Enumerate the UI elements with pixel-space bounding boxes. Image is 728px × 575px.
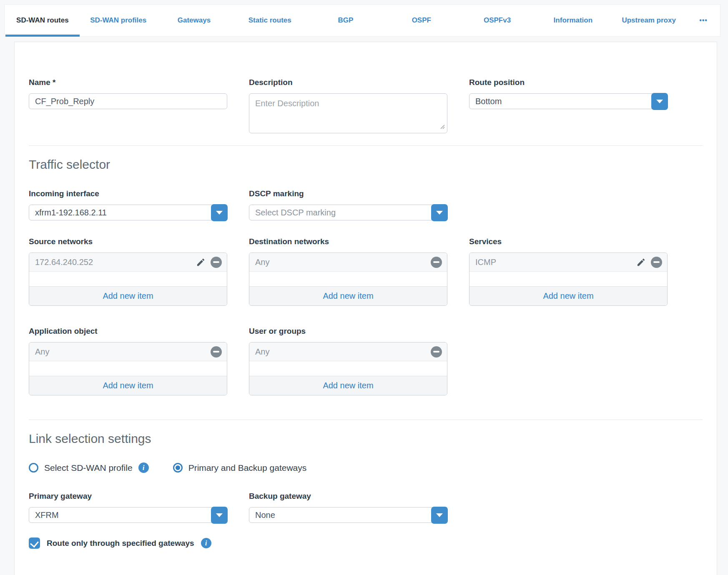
application-object-group: Application object Any Add new item bbox=[29, 327, 227, 395]
dscp-marking-select[interactable]: Select DSCP marking bbox=[249, 205, 447, 220]
source-networks-listbox: 172.64.240.252 Add new item bbox=[29, 252, 227, 306]
list-item: 172.64.240.252 bbox=[29, 253, 227, 272]
info-icon[interactable]: i bbox=[201, 538, 211, 548]
name-field-group: Name * CF_Prob_Reply bbox=[29, 78, 227, 109]
backup-gateway-value: None bbox=[255, 510, 275, 520]
primary-backup-radio-label: Primary and Backup gateways bbox=[188, 463, 307, 473]
tab-bar: SD-WAN routes SD-WAN profiles Gateways S… bbox=[4, 4, 720, 37]
incoming-interface-value: xfrm1-192.168.2.11 bbox=[35, 208, 107, 218]
source-networks-label: Source networks bbox=[29, 237, 227, 246]
chevron-down-icon bbox=[436, 513, 443, 517]
sdwan-profile-radio-label: Select SD-WAN profile bbox=[44, 463, 133, 473]
link-selection-title: Link selection settings bbox=[29, 432, 703, 446]
primary-gateway-dropdown-button[interactable] bbox=[211, 507, 228, 524]
section-divider bbox=[29, 145, 703, 146]
chevron-down-icon bbox=[656, 100, 663, 103]
remove-minus-icon[interactable] bbox=[651, 257, 662, 268]
name-input[interactable]: CF_Prob_Reply bbox=[29, 93, 227, 109]
backup-gateway-select[interactable]: None bbox=[249, 507, 447, 523]
general-fields-row: Name * CF_Prob_Reply Description Enter D… bbox=[29, 78, 703, 145]
destination-networks-group: Destination networks Any Add new item bbox=[249, 237, 447, 306]
primary-backup-radio[interactable] bbox=[173, 463, 183, 472]
sdwan-profile-radio[interactable] bbox=[29, 463, 38, 472]
route-only-label: Route only through specified gateways bbox=[47, 539, 194, 548]
user-or-groups-label: User or groups bbox=[249, 327, 447, 336]
incoming-interface-select[interactable]: xfrm1-192.168.2.11 bbox=[29, 205, 227, 220]
description-label: Description bbox=[249, 78, 447, 87]
tab-ospfv3[interactable]: OSPFv3 bbox=[459, 5, 535, 36]
add-new-item-button[interactable]: Add new item bbox=[469, 286, 667, 305]
source-networks-group: Source networks 172.64.240.252 Add new i… bbox=[29, 237, 227, 306]
primary-gateway-group: Primary gateway XFRM bbox=[29, 492, 227, 523]
app-users-row: Application object Any Add new item User… bbox=[29, 327, 703, 395]
backup-gateway-dropdown-button[interactable] bbox=[431, 507, 448, 524]
networks-services-row: Source networks 172.64.240.252 Add new i… bbox=[29, 237, 703, 306]
destination-networks-listbox: Any Add new item bbox=[249, 252, 447, 306]
list-item: Any bbox=[249, 253, 447, 272]
remove-minus-icon[interactable] bbox=[431, 257, 442, 268]
description-field-group: Description Enter Description bbox=[249, 78, 447, 133]
list-item-value: ICMP bbox=[475, 258, 496, 267]
traffic-selector-title: Traffic selector bbox=[29, 158, 703, 172]
tab-bgp[interactable]: BGP bbox=[308, 5, 384, 36]
route-only-checkbox[interactable] bbox=[29, 538, 40, 549]
services-listbox: ICMP Add new item bbox=[469, 252, 668, 306]
tabs-more-button[interactable]: ••• bbox=[687, 5, 720, 36]
backup-gateway-group: Backup gateway None bbox=[249, 492, 447, 523]
tab-upstream-proxy[interactable]: Upstream proxy bbox=[611, 5, 687, 36]
route-only-row: Route only through specified gateways i bbox=[29, 538, 703, 549]
remove-minus-icon[interactable] bbox=[211, 257, 222, 268]
resize-handle-icon[interactable] bbox=[439, 122, 445, 131]
edit-pencil-icon[interactable] bbox=[636, 258, 646, 267]
link-selection-radio-row: Select SD-WAN profile i Primary and Back… bbox=[29, 462, 703, 473]
list-item-value: 172.64.240.252 bbox=[35, 258, 93, 267]
route-position-value: Bottom bbox=[475, 97, 502, 106]
remove-minus-icon[interactable] bbox=[211, 346, 222, 358]
incoming-interface-label: Incoming interface bbox=[29, 189, 227, 198]
tab-static-routes[interactable]: Static routes bbox=[232, 5, 308, 36]
tab-sdwan-profiles[interactable]: SD-WAN profiles bbox=[80, 5, 156, 36]
incoming-interface-dropdown-button[interactable] bbox=[211, 204, 228, 221]
add-new-item-button[interactable]: Add new item bbox=[249, 376, 447, 395]
edit-pencil-icon[interactable] bbox=[196, 258, 206, 267]
dscp-marking-dropdown-button[interactable] bbox=[431, 204, 448, 221]
user-or-groups-listbox: Any Add new item bbox=[249, 342, 447, 395]
list-item: Any bbox=[249, 342, 447, 361]
add-new-item-button[interactable]: Add new item bbox=[29, 286, 227, 305]
incoming-interface-group: Incoming interface xfrm1-192.168.2.11 bbox=[29, 189, 227, 220]
listbox-empty-area bbox=[29, 272, 227, 286]
listbox-empty-area bbox=[249, 272, 447, 286]
info-icon[interactable]: i bbox=[138, 462, 149, 473]
primary-gateway-select[interactable]: XFRM bbox=[29, 507, 227, 523]
primary-gateway-label: Primary gateway bbox=[29, 492, 227, 501]
tab-ospf[interactable]: OSPF bbox=[384, 5, 459, 36]
route-position-dropdown-button[interactable] bbox=[651, 93, 668, 110]
application-object-listbox: Any Add new item bbox=[29, 342, 227, 395]
tab-sdwan-routes[interactable]: SD-WAN routes bbox=[5, 5, 80, 36]
services-label: Services bbox=[469, 237, 668, 246]
list-item: ICMP bbox=[469, 253, 667, 272]
description-input[interactable]: Enter Description bbox=[249, 93, 447, 133]
destination-networks-label: Destination networks bbox=[249, 237, 447, 246]
add-new-item-button[interactable]: Add new item bbox=[29, 376, 227, 395]
interface-dscp-row: Incoming interface xfrm1-192.168.2.11 DS… bbox=[29, 189, 703, 220]
list-item-value: Any bbox=[255, 347, 269, 357]
tab-gateways[interactable]: Gateways bbox=[156, 5, 232, 36]
backup-gateway-label: Backup gateway bbox=[249, 492, 447, 501]
sdwan-route-form: Name * CF_Prob_Reply Description Enter D… bbox=[14, 42, 717, 575]
add-new-item-button[interactable]: Add new item bbox=[249, 286, 447, 305]
section-divider bbox=[29, 420, 703, 420]
remove-minus-icon[interactable] bbox=[431, 346, 442, 358]
route-position-select[interactable]: Bottom bbox=[469, 93, 668, 109]
route-position-label: Route position bbox=[469, 78, 668, 87]
listbox-empty-area bbox=[469, 272, 667, 286]
dscp-marking-placeholder: Select DSCP marking bbox=[255, 208, 336, 218]
tab-information[interactable]: Information bbox=[535, 5, 611, 36]
chevron-down-icon bbox=[216, 513, 223, 517]
listbox-empty-area bbox=[29, 361, 227, 376]
route-position-field-group: Route position Bottom bbox=[469, 78, 668, 109]
chevron-down-icon bbox=[436, 211, 443, 215]
list-item-value: Any bbox=[255, 258, 269, 267]
user-or-groups-group: User or groups Any Add new item bbox=[249, 327, 447, 395]
primary-gateway-value: XFRM bbox=[35, 510, 59, 520]
